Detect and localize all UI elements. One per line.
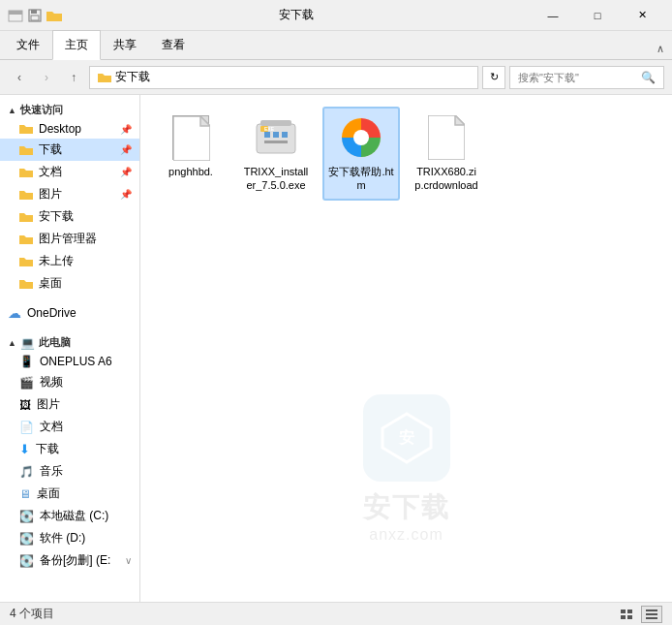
file-label-pnghhbd: pnghhbd. <box>168 165 213 178</box>
maximize-button[interactable]: □ <box>575 0 620 31</box>
sidebar-item-downloads2[interactable]: ⬇ 下载 <box>0 438 139 460</box>
sidebar-item-drive-d-label: 软件 (D:) <box>40 530 85 547</box>
sidebar-item-downloads2-label: 下载 <box>36 441 59 457</box>
svg-rect-27 <box>646 617 657 619</box>
sidebar-item-picture-manager[interactable]: 图片管理器 <box>0 228 139 250</box>
file-item-trixx[interactable]: EXE TRIXX_installer_7.5.0.exe <box>237 107 315 201</box>
tab-home[interactable]: 主页 <box>52 30 101 60</box>
sidebar-item-onedrive[interactable]: ☁ OneDrive <box>0 302 139 324</box>
svg-text:安: 安 <box>398 428 414 446</box>
pin-icon-downloads: 📌 <box>120 144 132 155</box>
status-right <box>616 606 662 623</box>
watermark-sub: anxz.com <box>369 526 443 544</box>
title-bar-controls: — □ ✕ <box>531 0 664 31</box>
sidebar-item-onedrive-label: OneDrive <box>27 306 76 320</box>
ribbon-tabs: 文件 主页 共享 查看 ∧ <box>0 31 672 60</box>
ribbon-expand[interactable]: ∧ <box>649 39 672 59</box>
svg-rect-25 <box>646 609 657 611</box>
desktop2-icon: 🖥 <box>19 487 31 501</box>
sidebar-item-anxiazai[interactable]: 安下载 <box>0 205 139 228</box>
sidebar-item-documents[interactable]: 文档 📌 <box>0 161 139 183</box>
sidebar-item-drive-e[interactable]: 💽 备份[勿删] (E: ∨ <box>0 549 139 572</box>
sidebar-item-pictures2[interactable]: 🖼 图片 <box>0 393 139 416</box>
svg-point-18 <box>353 130 369 145</box>
this-pc-header[interactable]: ▲ 💻 此电脑 <box>0 331 139 352</box>
sidebar-item-drive-c-label: 本地磁盘 (C:) <box>40 508 108 524</box>
refresh-button[interactable]: ↻ <box>482 66 505 89</box>
sidebar-item-not-uploaded-label: 未上传 <box>39 253 74 269</box>
window-icon <box>8 8 23 23</box>
sidebar-item-music[interactable]: 🎵 音乐 <box>0 460 139 483</box>
file-label-trixx: TRIXX_installer_7.5.0.exe <box>243 165 309 193</box>
sidebar-item-oneplus[interactable]: 📱 ONEPLUS A6 <box>0 352 139 371</box>
view-details-button[interactable] <box>641 606 662 623</box>
address-bar: ‹ › ↑ 安下载 ↻ 🔍 <box>0 60 672 95</box>
watermark: 安 安下载 anxz.com <box>363 394 450 544</box>
sidebar-item-documents2[interactable]: 📄 文档 <box>0 416 139 438</box>
search-box[interactable]: 🔍 <box>509 66 664 89</box>
quick-access-label: 快速访问 <box>20 103 63 117</box>
pin-icon-pictures: 📌 <box>120 189 132 200</box>
file-icon-pnghhbd <box>168 114 214 161</box>
sidebar-item-desktop-label: Desktop <box>39 122 81 136</box>
up-button[interactable]: ↑ <box>62 66 85 89</box>
sidebar-item-pictures-label: 图片 <box>39 186 62 203</box>
address-path[interactable]: 安下载 <box>89 66 478 89</box>
tab-file[interactable]: 文件 <box>4 30 52 60</box>
folder-breadcrumb-icon <box>98 71 111 84</box>
close-button[interactable]: ✕ <box>620 0 664 31</box>
svg-text:EXE: EXE <box>264 126 275 132</box>
folder-icon-desktop <box>19 123 33 135</box>
status-count: 4 个项目 <box>10 606 54 622</box>
file-item-pnghhbd[interactable]: pnghhbd. <box>152 107 229 201</box>
svg-marker-8 <box>200 116 210 126</box>
music-icon: 🎵 <box>19 465 34 479</box>
watermark-logo: 安 <box>363 394 450 482</box>
view-list-button[interactable] <box>616 606 637 623</box>
pictures2-icon: 🖼 <box>19 398 31 412</box>
sidebar-item-music-label: 音乐 <box>40 463 63 480</box>
title-bar-icons <box>8 8 62 23</box>
this-pc-collapse-icon: ▲ <box>8 338 16 348</box>
back-button[interactable]: ‹ <box>8 66 31 89</box>
sidebar-item-drive-c[interactable]: 💽 本地磁盘 (C:) <box>0 505 139 527</box>
file-item-htm[interactable]: 安下载帮助.htm <box>322 107 400 201</box>
search-input[interactable] <box>518 72 641 83</box>
folder-icon-pictures <box>19 189 33 201</box>
sidebar-item-not-uploaded[interactable]: 未上传 <box>0 250 139 272</box>
sidebar-item-anxiazai-label: 安下载 <box>39 208 74 225</box>
forward-button[interactable]: › <box>35 66 58 89</box>
breadcrumb: 安下载 <box>98 69 150 85</box>
sidebar-item-table[interactable]: 桌面 <box>0 272 139 295</box>
tab-view[interactable]: 查看 <box>149 30 198 60</box>
file-item-trixx680[interactable]: TRIXX680.zip.crdownload <box>408 107 485 201</box>
sidebar-item-this-pc-label: 此电脑 <box>39 335 71 350</box>
folder-icon-picture-manager <box>19 234 33 245</box>
svg-rect-1 <box>9 11 22 15</box>
minimize-button[interactable]: — <box>531 0 575 31</box>
sidebar-item-pictures[interactable]: 图片 📌 <box>0 183 139 205</box>
pc-icon: 💻 <box>20 336 35 350</box>
pin-icon-desktop: 📌 <box>120 124 132 135</box>
tab-share[interactable]: 共享 <box>101 30 149 60</box>
quick-access-collapse-icon: ▲ <box>8 106 16 115</box>
downloads2-icon: ⬇ <box>19 442 30 456</box>
status-bar: 4 个项目 <box>0 602 672 625</box>
drive-e-icon: 💽 <box>19 554 34 568</box>
sidebar-item-downloads[interactable]: 下载 📌 <box>0 139 139 161</box>
sidebar-item-desktop[interactable]: Desktop 📌 <box>0 119 139 139</box>
cloud-icon: ☁ <box>8 305 21 321</box>
onedrive-section: ☁ OneDrive <box>0 298 139 328</box>
video-icon: 🎬 <box>19 376 34 390</box>
sidebar-item-desktop2[interactable]: 🖥 桌面 <box>0 483 139 505</box>
file-area: 安 安下载 anxz.com pnghhbd. <box>140 95 672 602</box>
file-icon-htm <box>338 114 384 161</box>
watermark-text: 安下载 <box>363 489 450 526</box>
sidebar-item-videos[interactable]: 🎬 视频 <box>0 371 139 393</box>
svg-rect-5 <box>46 14 62 21</box>
svg-rect-3 <box>31 10 37 14</box>
sidebar-item-drive-d[interactable]: 💽 软件 (D:) <box>0 527 139 549</box>
quick-access-header[interactable]: ▲ 快速访问 <box>0 99 139 119</box>
search-icon: 🔍 <box>641 71 656 84</box>
sidebar-item-drive-e-label: 备份[勿删] (E: <box>40 552 110 569</box>
